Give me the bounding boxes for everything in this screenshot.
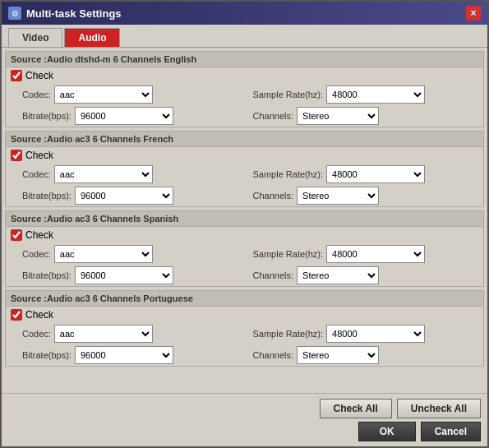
channels-group-3: Channels: StereoMono5.1 <box>253 266 479 284</box>
bitrate-label-1: Bitrate(bps): <box>22 111 72 121</box>
codec-select-3[interactable]: aacmp3ac3copy <box>54 245 153 263</box>
bitrate-row-2: Bitrate(bps): 96000128000192000256000320… <box>6 185 483 206</box>
audio-section-4: Source :Audio ac3 6 Channels Portuguese … <box>5 290 484 367</box>
codec-select-2[interactable]: aacmp3ac3copy <box>54 165 153 183</box>
bitrate-select-2[interactable]: 96000128000192000256000320000 <box>75 187 173 205</box>
title-bar: ⚙ Multi-task Settings × <box>2 2 487 25</box>
samplerate-select-2[interactable]: 48000441003200022050 <box>326 165 425 183</box>
bitrate-label-3: Bitrate(bps): <box>22 270 72 280</box>
samplerate-label-4: Sample Rate(hz): <box>253 329 324 339</box>
samplerate-select-3[interactable]: 48000441003200022050 <box>326 245 425 263</box>
samplerate-label-2: Sample Rate(hz): <box>253 169 324 179</box>
bitrate-row-1: Bitrate(bps): 96000128000192000256000320… <box>6 105 483 127</box>
codec-group-4: Codec: aacmp3ac3copy <box>22 325 248 343</box>
check-row-3: Check <box>6 227 483 243</box>
bitrate-select-4[interactable]: 96000128000192000256000320000 <box>75 346 173 364</box>
section-header-4: Source :Audio ac3 6 Channels Portuguese <box>6 291 483 307</box>
samplerate-group-3: Sample Rate(hz): 48000441003200022050 <box>253 245 479 263</box>
close-button[interactable]: × <box>466 6 481 21</box>
codec-label-4: Codec: <box>22 329 51 339</box>
samplerate-label-1: Sample Rate(hz): <box>253 90 324 99</box>
app-icon: ⚙ <box>8 7 21 20</box>
codec-group-3: Codec: aacmp3ac3copy <box>22 245 248 263</box>
bitrate-select-3[interactable]: 96000128000192000256000320000 <box>75 266 173 284</box>
channels-group-1: Channels: StereoMono5.1 <box>253 107 479 125</box>
codec-row-2: Codec: aacmp3ac3copy Sample Rate(hz): 48… <box>6 164 483 185</box>
bitrate-label-2: Bitrate(bps): <box>22 191 72 201</box>
audio-section-3: Source :Audio ac3 6 Channels Spanish Che… <box>5 210 484 287</box>
cancel-button[interactable]: Cancel <box>421 422 481 441</box>
check-checkbox-4[interactable] <box>11 309 22 321</box>
samplerate-select-1[interactable]: 48000441003200022050 <box>326 85 425 104</box>
audio-section-1: Source :Audio dtshd-m 6 Channels English… <box>5 51 484 127</box>
channels-select-1[interactable]: StereoMono5.1 <box>297 107 379 125</box>
bitrate-group-3: Bitrate(bps): 96000128000192000256000320… <box>22 266 248 284</box>
check-all-button[interactable]: Check All <box>320 399 392 418</box>
channels-label-2: Channels: <box>253 191 294 201</box>
tab-bar: Video Audio <box>2 25 487 48</box>
content-area: Source :Audio dtshd-m 6 Channels English… <box>2 48 487 393</box>
check-label-2: Check <box>25 150 53 161</box>
check-row-4: Check <box>6 307 483 323</box>
channels-select-3[interactable]: StereoMono5.1 <box>297 266 379 284</box>
channels-label-1: Channels: <box>253 111 294 121</box>
channels-group-2: Channels: StereoMono5.1 <box>253 187 479 205</box>
main-window: ⚙ Multi-task Settings × Video Audio Sour… <box>0 0 489 448</box>
codec-group-2: Codec: aacmp3ac3copy <box>22 165 248 183</box>
footer: Check All Uncheck All OK Cancel <box>2 393 487 446</box>
section-header-1: Source :Audio dtshd-m 6 Channels English <box>6 52 483 67</box>
footer-row1: Check All Uncheck All <box>8 399 481 418</box>
codec-label-2: Codec: <box>22 169 51 179</box>
codec-row-4: Codec: aacmp3ac3copy Sample Rate(hz): 48… <box>6 323 483 344</box>
channels-group-4: Channels: StereoMono5.1 <box>253 346 479 364</box>
samplerate-label-3: Sample Rate(hz): <box>253 249 324 259</box>
codec-select-4[interactable]: aacmp3ac3copy <box>54 325 153 343</box>
check-label-1: Check <box>25 70 53 81</box>
check-checkbox-3[interactable] <box>11 229 22 241</box>
uncheck-all-button[interactable]: Uncheck All <box>397 399 481 418</box>
codec-row-1: Codec: aacmp3ac3copy Sample Rate(hz): 48… <box>6 84 483 105</box>
codec-label-3: Codec: <box>22 249 51 259</box>
samplerate-group-1: Sample Rate(hz): 48000441003200022050 <box>253 85 479 104</box>
bitrate-group-4: Bitrate(bps): 96000128000192000256000320… <box>22 346 248 364</box>
check-checkbox-1[interactable] <box>11 70 22 81</box>
bitrate-row-4: Bitrate(bps): 96000128000192000256000320… <box>6 344 483 366</box>
codec-label-1: Codec: <box>22 90 51 99</box>
check-label-3: Check <box>25 229 53 241</box>
window-title: Multi-task Settings <box>26 7 122 20</box>
codec-row-3: Codec: aacmp3ac3copy Sample Rate(hz): 48… <box>6 243 483 265</box>
codec-group-1: Codec: aacmp3ac3copy <box>22 85 248 104</box>
bitrate-label-4: Bitrate(bps): <box>22 350 72 360</box>
section-header-2: Source :Audio ac3 6 Channels French <box>6 132 483 147</box>
channels-label-4: Channels: <box>253 350 294 360</box>
channels-select-2[interactable]: StereoMono5.1 <box>297 187 379 205</box>
bitrate-row-3: Bitrate(bps): 96000128000192000256000320… <box>6 265 483 286</box>
ok-button[interactable]: OK <box>358 422 416 441</box>
codec-select-1[interactable]: aacmp3ac3copy <box>54 85 153 104</box>
samplerate-select-4[interactable]: 48000441003200022050 <box>326 325 425 343</box>
channels-label-3: Channels: <box>253 270 294 280</box>
audio-section-2: Source :Audio ac3 6 Channels French Chec… <box>5 131 484 207</box>
check-row-1: Check <box>6 67 483 84</box>
samplerate-group-2: Sample Rate(hz): 48000441003200022050 <box>253 165 479 183</box>
samplerate-group-4: Sample Rate(hz): 48000441003200022050 <box>253 325 479 343</box>
tab-audio[interactable]: Audio <box>64 28 120 47</box>
bitrate-group-2: Bitrate(bps): 96000128000192000256000320… <box>22 187 248 205</box>
bitrate-group-1: Bitrate(bps): 96000128000192000256000320… <box>22 107 248 125</box>
channels-select-4[interactable]: StereoMono5.1 <box>297 346 379 364</box>
tab-video[interactable]: Video <box>8 28 62 47</box>
check-label-4: Check <box>25 309 53 321</box>
title-bar-left: ⚙ Multi-task Settings <box>8 7 122 20</box>
footer-row2: OK Cancel <box>8 422 481 441</box>
check-row-2: Check <box>6 147 483 164</box>
bitrate-select-1[interactable]: 96000128000192000256000320000 <box>75 107 173 125</box>
section-header-3: Source :Audio ac3 6 Channels Spanish <box>6 211 483 227</box>
check-checkbox-2[interactable] <box>11 150 22 161</box>
